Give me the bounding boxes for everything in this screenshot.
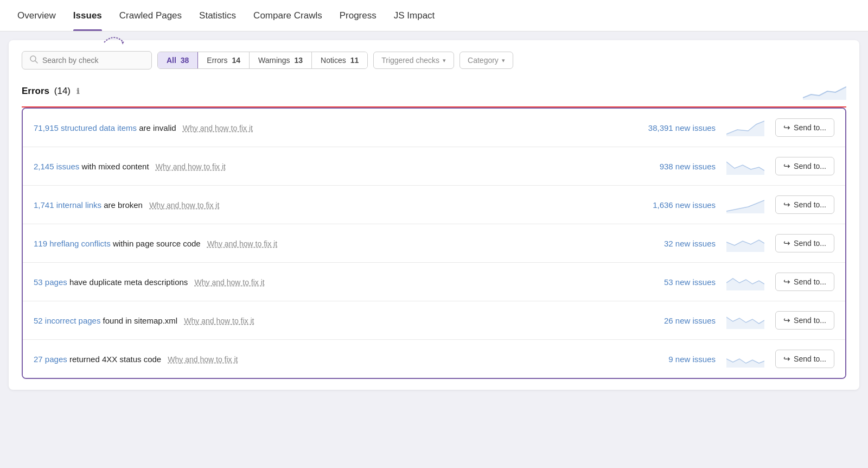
filter-tabs: All 38 Errors 14 Warnings 13 Notices 11 <box>157 52 368 69</box>
trend-chart-internal-links <box>726 196 764 213</box>
trend-chart-4xx <box>726 350 764 368</box>
issue-link-hreflang[interactable]: 119 hreflang conflicts <box>34 239 111 248</box>
app-container: Overview Issues Crawled Pages Statistics… <box>0 0 868 468</box>
issue-link-structured-data[interactable]: 71,915 structured data items <box>34 123 137 132</box>
new-issues-count: 9 new issues <box>640 355 716 364</box>
fix-link-hreflang[interactable]: Why and how to fix it <box>207 239 277 248</box>
nav-js-impact[interactable]: JS Impact <box>394 1 435 31</box>
send-icon: ↪ <box>783 354 790 364</box>
tab-notices[interactable]: Notices 11 <box>312 52 367 68</box>
fix-link-4xx[interactable]: Why and how to fix it <box>168 355 238 364</box>
trend-chart-meta-desc <box>726 273 764 290</box>
send-button-internal-links[interactable]: ↪ Send to... <box>775 195 834 214</box>
errors-title: Errors (14) ℹ <box>22 86 79 97</box>
trend-chart-mixed-content <box>726 157 764 175</box>
send-icon: ↪ <box>783 238 790 248</box>
fix-link-internal-links[interactable]: Why and how to fix it <box>149 201 219 210</box>
new-issues-count: 53 new issues <box>640 277 716 287</box>
send-icon: ↪ <box>783 123 790 132</box>
svg-marker-10 <box>726 359 764 368</box>
nav-bar: Overview Issues Crawled Pages Statistics… <box>0 0 868 31</box>
fix-link-structured-data[interactable]: Why and how to fix it <box>183 124 253 132</box>
table-row: 119 hreflang conflicts within page sourc… <box>23 224 845 263</box>
send-button-sitemap[interactable]: ↪ Send to... <box>775 311 834 330</box>
nav-swipe-arrow <box>102 33 126 45</box>
issue-link-4xx[interactable]: 27 pages <box>34 355 67 364</box>
svg-marker-8 <box>726 279 764 290</box>
search-icon <box>30 55 38 65</box>
main-content: All 38 Errors 14 Warnings 13 Notices 11 <box>9 40 859 390</box>
send-button-meta-desc[interactable]: ↪ Send to... <box>775 273 834 291</box>
nav-overview[interactable]: Overview <box>17 1 56 31</box>
issue-link-sitemap[interactable]: 52 incorrect pages <box>34 316 100 325</box>
svg-marker-5 <box>726 162 764 175</box>
send-button-structured-data[interactable]: ↪ Send to... <box>775 118 834 137</box>
new-issues-count: 38,391 new issues <box>640 123 716 132</box>
errors-section-header: Errors (14) ℹ <box>22 83 846 107</box>
errors-trend-chart <box>803 83 846 100</box>
nav-issues[interactable]: Issues <box>73 1 102 31</box>
filter-bar: All 38 Errors 14 Warnings 13 Notices 11 <box>22 51 846 69</box>
send-icon: ↪ <box>783 315 790 325</box>
table-row: 2,145 issues with mixed content Why and … <box>23 147 845 186</box>
fix-link-sitemap[interactable]: Why and how to fix it <box>184 317 254 325</box>
new-issues-count: 1,636 new issues <box>640 200 716 210</box>
chevron-down-icon: ▾ <box>502 57 505 64</box>
info-icon[interactable]: ℹ <box>76 87 79 96</box>
trend-chart-sitemap <box>726 312 764 329</box>
svg-line-2 <box>35 61 37 63</box>
nav-statistics[interactable]: Statistics <box>199 1 236 31</box>
new-issues-count: 32 new issues <box>640 239 716 248</box>
issue-link-mixed-content[interactable]: 2,145 issues <box>34 162 79 171</box>
nav-compare-crawls[interactable]: Compare Crawls <box>253 1 322 31</box>
svg-marker-3 <box>803 87 846 100</box>
send-button-mixed-content[interactable]: ↪ Send to... <box>775 157 834 175</box>
send-icon: ↪ <box>783 200 790 210</box>
trend-chart-structured-data <box>726 119 764 136</box>
search-input[interactable] <box>42 56 129 65</box>
new-issues-count: 938 new issues <box>640 162 716 171</box>
issue-link-meta-desc[interactable]: 53 pages <box>34 277 67 287</box>
send-icon: ↪ <box>783 161 790 171</box>
send-button-4xx[interactable]: ↪ Send to... <box>775 350 834 368</box>
nav-progress[interactable]: Progress <box>340 1 376 31</box>
chevron-down-icon: ▾ <box>443 57 446 64</box>
issues-list: 71,915 structured data items are invalid… <box>22 107 846 379</box>
new-issues-count: 26 new issues <box>640 316 716 325</box>
search-box[interactable] <box>22 51 152 69</box>
table-row: 1,741 internal links are broken Why and … <box>23 186 845 224</box>
tab-all[interactable]: All 38 <box>158 52 198 68</box>
nav-crawled-pages[interactable]: Crawled Pages <box>119 1 182 31</box>
table-row: 27 pages returned 4XX status code Why an… <box>23 340 845 378</box>
tab-errors[interactable]: Errors 14 <box>198 52 250 68</box>
send-icon: ↪ <box>783 277 790 287</box>
trend-chart-hreflang <box>726 235 764 252</box>
table-row: 52 incorrect pages found in sitemap.xml … <box>23 301 845 340</box>
send-button-hreflang[interactable]: ↪ Send to... <box>775 234 834 252</box>
tab-warnings[interactable]: Warnings 13 <box>250 52 312 68</box>
triggered-checks-dropdown[interactable]: Triggered checks ▾ <box>373 52 454 69</box>
category-dropdown[interactable]: Category ▾ <box>459 52 513 69</box>
fix-link-meta-desc[interactable]: Why and how to fix it <box>195 278 265 287</box>
table-row: 53 pages have duplicate meta description… <box>23 263 845 301</box>
fix-link-mixed-content[interactable]: Why and how to fix it <box>156 162 226 171</box>
table-row: 71,915 structured data items are invalid… <box>23 109 845 147</box>
issue-link-internal-links[interactable]: 1,741 internal links <box>34 200 101 210</box>
